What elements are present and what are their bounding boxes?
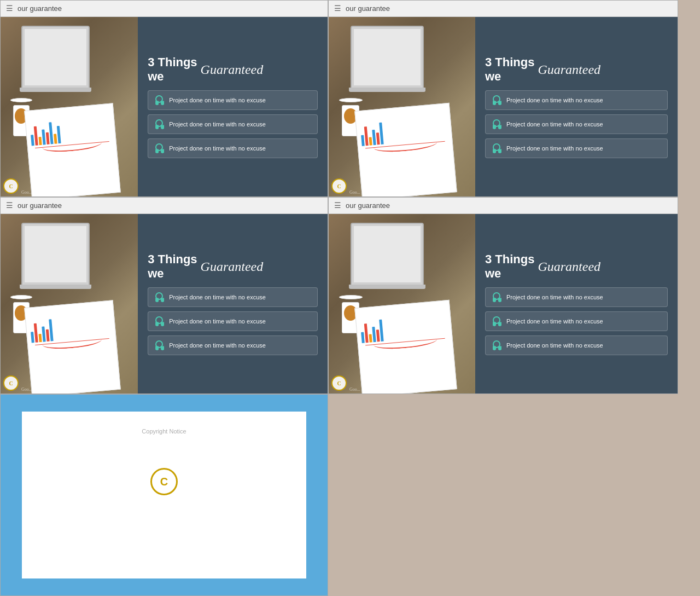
guarantee-text-1-2: Project done on time with no excuse — [169, 121, 266, 128]
guarantee-text-3-2: Project done on time with no excuse — [169, 318, 266, 325]
slide-4: ☰ our guarantee — [328, 197, 678, 394]
slide-3-heading-plain: 3 Things we — [148, 252, 197, 281]
medal-icon-1-1 — [154, 95, 165, 106]
slide-3: ☰ our guarantee — [0, 197, 328, 394]
medal-icon-4-1 — [491, 292, 502, 303]
laptop-graphic-3 — [21, 223, 90, 286]
guarantee-text-4-2: Project done on time with no excuse — [506, 318, 603, 325]
slide-4-content: 3 Things we Guaranteed Project done on t… — [475, 214, 678, 394]
slide-1-content: 3 Things we Guaranteed Project — [138, 17, 328, 196]
guarantee-text-4-1: Project done on time with no excuse — [506, 294, 603, 300]
slide-3-heading: 3 Things we Guaranteed — [148, 252, 318, 281]
medal-icon-2-3 — [491, 143, 502, 154]
medal-icon-4-2 — [491, 316, 502, 327]
empty-background-cell — [328, 394, 678, 596]
menu-icon-3: ☰ — [6, 201, 13, 210]
slide-2-title: our guarantee — [346, 4, 390, 13]
slide-2-credit: Goo... — [349, 190, 360, 195]
slide-1-heading-script: Guaranteed — [201, 62, 264, 77]
guarantee-text-2-3: Project done on time with no excuse — [506, 145, 603, 152]
laptop-graphic-4 — [351, 223, 424, 286]
menu-icon-4: ☰ — [334, 201, 341, 210]
medal-icon-3-3 — [154, 340, 165, 351]
slide-1-title: our guarantee — [18, 4, 62, 13]
slide-1-image: C Goo... — [1, 17, 138, 196]
guarantee-text-1-1: Project done on time with no excuse — [169, 97, 266, 103]
guarantee-text-3-1: Project done on time with no excuse — [169, 294, 266, 300]
slide-3-image: C Goo... — [1, 214, 138, 394]
slide-4-heading-plain: 3 Things we — [485, 252, 534, 281]
slide-1-body: C Goo... 3 Things we Guaranteed — [1, 17, 328, 196]
copyright-logo-badge: C — [150, 468, 178, 495]
guarantee-text-3-3: Project done on time with no excuse — [169, 342, 266, 349]
slide-3-content: 3 Things we Guaranteed Project done on t… — [138, 214, 328, 394]
medal-icon-3-1 — [154, 292, 165, 303]
slide-1-credit: Goo... — [21, 190, 32, 195]
medal-icon-4-3 — [491, 340, 502, 351]
guarantee-item-4-1: Project done on time with no excuse — [485, 287, 668, 307]
copyright-notice-label: Copyright Notice — [142, 428, 186, 435]
charts-graphic-4 — [354, 300, 457, 394]
page-grid: ☰ our guarantee — [0, 0, 700, 596]
medal-icon-1-3 — [154, 143, 165, 154]
slide-2-heading: 3 Things we Guaranteed — [485, 55, 668, 84]
charts-graphic-2 — [354, 103, 457, 196]
guarantee-text-2-2: Project done on time with no excuse — [506, 121, 603, 128]
guarantee-item-2-3: Project done on time with no excuse — [485, 138, 668, 158]
slide-3-heading-script: Guaranteed — [201, 259, 264, 274]
laptop-graphic-1 — [21, 26, 90, 89]
slide-3-body: C Goo... 3 Things we Guaranteed — [1, 214, 328, 394]
slide-4-image: C Goo... — [329, 214, 475, 394]
guarantee-item-4-3: Project done on time with no excuse — [485, 335, 668, 355]
slide-2-heading-plain: 3 Things we — [485, 55, 534, 84]
charts-graphic-3 — [24, 300, 121, 394]
guarantee-item-2-2: Project done on time with no excuse — [485, 114, 668, 134]
slide-4-header: ☰ our guarantee — [329, 198, 678, 214]
laptop-graphic-2 — [351, 26, 424, 89]
guarantee-item-1-1: Project done on time with no excuse — [148, 90, 318, 110]
menu-icon-1: ☰ — [6, 4, 13, 13]
slide-1-heading-plain: 3 Things we — [148, 55, 197, 84]
guarantee-text-2-1: Project done on time with no excuse — [506, 97, 603, 103]
guarantee-item-3-2: Project done on time with no excuse — [148, 311, 318, 331]
slide-3-title: our guarantee — [18, 201, 62, 210]
slide-2-image: C Goo... — [329, 17, 475, 196]
menu-icon-2: ☰ — [334, 4, 341, 13]
slide-2-logo: C — [331, 178, 347, 194]
guarantee-text-4-3: Project done on time with no excuse — [506, 342, 603, 349]
guarantee-item-3-3: Project done on time with no excuse — [148, 335, 318, 355]
slide-2-content: 3 Things we Guaranteed Project done on t… — [475, 17, 678, 196]
slide-1-header: ☰ our guarantee — [1, 1, 328, 17]
slide-2-body: C Goo... 3 Things we Guaranteed — [329, 17, 678, 196]
slide-3-logo: C — [3, 375, 19, 391]
guarantee-item-3-1: Project done on time with no excuse — [148, 287, 318, 307]
slide-4-body: C Goo... 3 Things we Guaranteed — [329, 214, 678, 394]
slide-3-header: ☰ our guarantee — [1, 198, 328, 214]
medal-icon-2-2 — [491, 119, 502, 130]
slide-3-credit: Goo... — [21, 387, 32, 392]
medal-icon-2-1 — [491, 95, 502, 106]
slide-1-heading: 3 Things we Guaranteed — [148, 55, 318, 84]
charts-graphic-1 — [24, 103, 121, 196]
slide-2-heading-script: Guaranteed — [538, 62, 600, 77]
slide-4-heading: 3 Things we Guaranteed — [485, 252, 668, 281]
guarantee-text-1-3: Project done on time with no excuse — [169, 145, 266, 152]
medal-icon-3-2 — [154, 316, 165, 327]
copyright-inner: Copyright Notice C — [22, 412, 306, 578]
slide-4-credit: Goo... — [349, 387, 360, 392]
guarantee-item-4-2: Project done on time with no excuse — [485, 311, 668, 331]
guarantee-item-1-2: Project done on time with no excuse — [148, 114, 318, 134]
slide-4-logo: C — [331, 375, 347, 391]
slide-1-logo: C — [3, 178, 19, 194]
guarantee-item-1-3: Project done on time with no excuse — [148, 138, 318, 158]
slide-4-title: our guarantee — [346, 201, 390, 210]
guarantee-item-2-1: Project done on time with no excuse — [485, 90, 668, 110]
medal-icon-1-2 — [154, 119, 165, 130]
slide-4-heading-script: Guaranteed — [538, 259, 600, 274]
slide-2: ☰ our guarantee — [328, 0, 678, 197]
slide-2-header: ☰ our guarantee — [329, 1, 678, 17]
copyright-slide-cell: Copyright Notice C — [0, 394, 328, 596]
slide-1: ☰ our guarantee — [0, 0, 328, 197]
